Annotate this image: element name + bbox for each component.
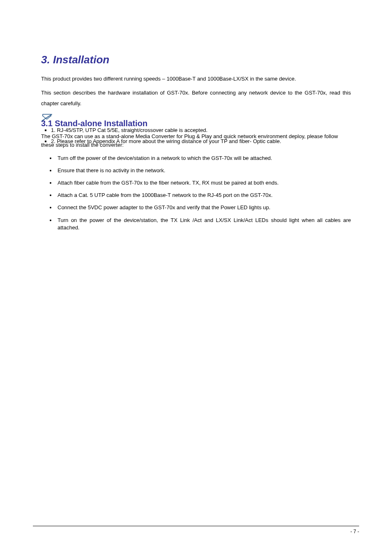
list-item: Turn off the power of the device/station…: [56, 155, 351, 162]
list-item: Turn on the power of the device/station,…: [56, 217, 351, 231]
chapter-heading: 3. Installation: [41, 53, 351, 66]
list-item: Connect the 5VDC power adapter to the GS…: [56, 204, 351, 211]
install-steps-list: Turn off the power of the device/station…: [41, 155, 351, 231]
intro-paragraph-2: This section describes the hardware inst…: [41, 88, 351, 109]
page-number: - 7 -: [350, 529, 359, 534]
intro-paragraph-1: This product provides two different runn…: [41, 74, 351, 84]
page-footer: - 7 -: [33, 526, 359, 534]
list-item: Ensure that there is no activity in the …: [56, 167, 351, 174]
list-item: Attach a Cat. 5 UTP cable from the 1000B…: [56, 192, 351, 199]
list-item: Attach fiber cable from the GST-70x to t…: [56, 179, 351, 187]
page: 3. Installation This product provides tw…: [0, 0, 392, 555]
